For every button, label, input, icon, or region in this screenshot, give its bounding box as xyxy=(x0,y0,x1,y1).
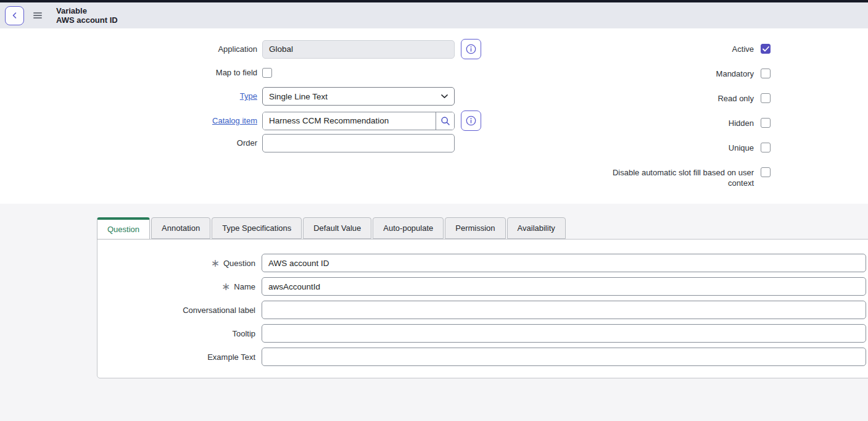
mandatory-checkbox[interactable] xyxy=(761,69,771,78)
tooltip-label: Tooltip xyxy=(232,329,255,338)
conversational-label-input[interactable] xyxy=(262,301,866,319)
type-select-value: Single Line Text xyxy=(269,92,328,101)
map-to-field-label: Map to field xyxy=(0,68,262,78)
active-flag-row: Active xyxy=(600,44,771,54)
unique-label: Unique xyxy=(600,143,754,153)
example-text-row: Example Text xyxy=(97,348,866,366)
conversational-label-label: Conversational label xyxy=(183,306,255,315)
required-marker: ∗ xyxy=(211,259,220,267)
tooltip-row: Tooltip xyxy=(97,324,866,343)
tab-availability[interactable]: Availability xyxy=(507,217,566,239)
disable-slot-fill-label: Disable automatic slot fill based on use… xyxy=(600,167,754,188)
tab-default-value[interactable]: Default Value xyxy=(303,217,371,239)
disable-slot-fill-flag-row: Disable automatic slot fill based on use… xyxy=(600,167,771,188)
search-icon xyxy=(440,116,450,126)
application-label: Application xyxy=(0,44,262,54)
hidden-label: Hidden xyxy=(600,118,754,128)
name-input[interactable] xyxy=(262,277,866,296)
question-row: ∗ Question xyxy=(97,254,866,272)
order-label: Order xyxy=(0,138,262,148)
type-select[interactable]: Single Line Text xyxy=(262,87,455,106)
map-to-field-row: Map to field xyxy=(0,68,272,78)
tooltip-input[interactable] xyxy=(262,324,866,343)
read-only-checkbox[interactable] xyxy=(761,93,771,103)
application-row: Application xyxy=(0,39,481,59)
tab-type-specifications[interactable]: Type Specifications xyxy=(212,217,302,239)
hidden-checkbox[interactable] xyxy=(761,118,771,128)
order-row: Order xyxy=(0,134,455,152)
unique-checkbox[interactable] xyxy=(761,143,771,152)
record-name: AWS account ID xyxy=(56,15,118,25)
header: Variable AWS account ID xyxy=(0,2,868,28)
required-marker: ∗ xyxy=(221,283,230,291)
conversational-label-row: Conversational label xyxy=(97,301,866,319)
order-input[interactable] xyxy=(262,134,455,152)
example-text-label: Example Text xyxy=(207,352,255,362)
tab-strip: Question Annotation Type Specifications … xyxy=(97,217,566,239)
mandatory-flag-row: Mandatory xyxy=(600,69,771,79)
read-only-label: Read only xyxy=(600,93,754,104)
info-icon xyxy=(466,115,476,126)
question-tab-panel: ∗ Question ∗ Name Conversational label xyxy=(97,239,868,378)
type-row: Type Single Line Text xyxy=(0,87,455,106)
back-button[interactable] xyxy=(5,6,24,25)
active-label: Active xyxy=(600,44,754,54)
info-icon xyxy=(466,44,476,54)
menu-icon[interactable] xyxy=(33,12,42,19)
record-title: Variable AWS account ID xyxy=(56,6,118,25)
catalog-item-lookup-button[interactable] xyxy=(436,112,454,130)
tabbed-section: Question Annotation Type Specifications … xyxy=(0,204,868,421)
active-checkbox[interactable] xyxy=(761,44,771,54)
chevron-left-icon xyxy=(11,12,19,19)
tab-question[interactable]: Question xyxy=(97,217,150,240)
unique-flag-row: Unique xyxy=(600,143,771,153)
catalog-item-label-link[interactable]: Catalog item xyxy=(212,116,257,125)
example-text-input[interactable] xyxy=(262,348,866,366)
question-input[interactable] xyxy=(262,254,866,272)
catalog-item-input[interactable] xyxy=(263,112,436,130)
read-only-flag-row: Read only xyxy=(600,93,771,104)
hidden-flag-row: Hidden xyxy=(600,118,771,128)
catalog-item-reference xyxy=(262,112,455,130)
record-type: Variable xyxy=(56,6,118,15)
name-label: Name xyxy=(234,282,255,291)
map-to-field-checkbox[interactable] xyxy=(262,68,272,78)
application-input xyxy=(262,40,455,59)
question-label: Question xyxy=(223,259,255,268)
app-window: Variable AWS account ID Application Map … xyxy=(0,0,868,421)
tab-auto-populate[interactable]: Auto-populate xyxy=(373,217,444,239)
name-row: ∗ Name xyxy=(97,277,866,296)
mandatory-label: Mandatory xyxy=(600,69,754,79)
chevron-down-icon xyxy=(441,94,448,99)
catalog-item-row: Catalog item xyxy=(0,110,481,131)
tab-annotation[interactable]: Annotation xyxy=(151,217,210,239)
type-label-link[interactable]: Type xyxy=(240,91,257,101)
disable-slot-fill-checkbox[interactable] xyxy=(761,167,771,177)
tab-permission[interactable]: Permission xyxy=(445,217,505,239)
application-info-button[interactable] xyxy=(461,39,481,59)
catalog-item-info-button[interactable] xyxy=(461,110,481,131)
variable-form: Application Map to field Type Single Lin… xyxy=(0,28,868,204)
